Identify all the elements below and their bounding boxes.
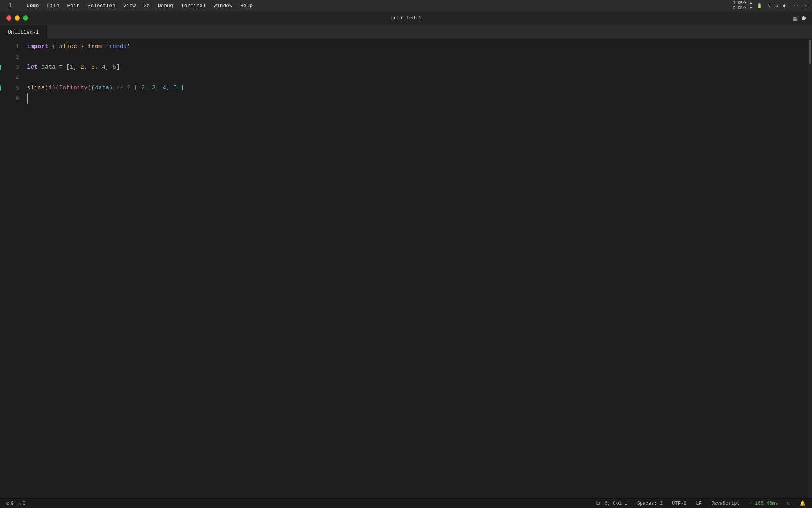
cursor-line: [27, 93, 31, 104]
code-editor[interactable]: import { slice } from 'ramda' let data =…: [24, 39, 812, 498]
keyword-from: from: [88, 42, 102, 52]
extensions-icon: ◆: [783, 2, 786, 9]
line-number-5: 5: [16, 83, 19, 93]
warning-icon: ⚠: [18, 500, 21, 507]
line-number-6: 6: [16, 93, 19, 104]
error-number: 0: [11, 501, 14, 506]
line-number-1: 1: [16, 42, 19, 52]
battery-icon: 🔋: [757, 3, 762, 8]
tab-bar: Untitled-1: [0, 25, 812, 39]
menu-window[interactable]: Window: [210, 0, 236, 11]
menu-debug[interactable]: Debug: [154, 0, 177, 11]
line-ending[interactable]: LF: [694, 501, 703, 506]
paren-close-3: ): [109, 83, 113, 93]
maximize-button[interactable]: [23, 15, 28, 21]
notifications-button[interactable]: 🔔: [798, 500, 807, 506]
comment-q: // ?: [113, 83, 134, 93]
menu-code[interactable]: Code: [23, 0, 43, 11]
arg-data: data: [95, 83, 109, 93]
minus-icon: ⊖: [776, 3, 778, 8]
line-number-3: 3: [16, 62, 19, 73]
wifi-icon: ∿: [767, 3, 771, 8]
bell-icon: 🔔: [800, 500, 806, 506]
identifier-slice: slice: [59, 42, 77, 52]
line-number-row-3: 3: [16, 62, 19, 73]
line-indicator-3: [0, 65, 1, 70]
smiley-icon: ☺: [787, 501, 790, 506]
menu-help[interactable]: Help: [236, 0, 257, 11]
menu-edit[interactable]: Edit: [63, 0, 83, 11]
gutter: 1 2 3 4 5 6: [0, 39, 24, 498]
smiley-button[interactable]: ☺: [786, 501, 792, 506]
line-ending-text: LF: [696, 501, 701, 506]
identifier-data: data: [38, 62, 59, 73]
encoding-text: UTF-8: [672, 501, 686, 506]
split-editor-icon[interactable]: ▦: [793, 14, 797, 22]
bracket-open: [: [66, 62, 70, 73]
timing-result[interactable]: ✓ 165.45ms: [748, 500, 779, 506]
arg-infinity: Infinity: [59, 83, 88, 93]
tab-untitled-1[interactable]: Untitled-1: [0, 25, 47, 39]
scrollbar-thumb[interactable]: [809, 40, 811, 64]
comma-1: ,: [73, 62, 80, 73]
line-number-row-1: 1: [16, 42, 19, 52]
titlebar-actions: ▦: [793, 14, 806, 22]
file-encoding[interactable]: UTF-8: [670, 501, 688, 506]
line-number-2: 2: [16, 52, 19, 62]
code-line-3: let data = [ 1 , 2 , 3 , 4 , 5 ]: [27, 62, 812, 73]
menubar-right: 1 KB/s ▲ 0 KB/s ▼ 🔋 ∿ ⊖ ◆ ··· ☰: [733, 0, 807, 11]
dot-icon: [802, 16, 806, 20]
spaces-text: Spaces: 2: [637, 501, 663, 506]
line-indicator-5: [0, 85, 1, 91]
comma-2: ,: [84, 62, 91, 73]
code-line-5: slice ( 1 ) ( Infinity ) ( data ) // ? […: [27, 83, 812, 93]
statusbar-right: Ln 6, Col 1 Spaces: 2 UTF-8 LF JavaScrip…: [594, 500, 807, 506]
number-4: 4: [102, 62, 105, 73]
menubar:  Code File Edit Selection View Go Debug…: [0, 0, 812, 11]
cursor-position[interactable]: Ln 6, Col 1: [594, 501, 629, 506]
minimize-button[interactable]: [15, 15, 20, 21]
language-mode[interactable]: JavaScript: [710, 501, 741, 506]
menu-file[interactable]: File: [43, 0, 63, 11]
paren-close-2: ): [88, 83, 91, 93]
checkmark-icon: ✓ 165.45ms: [749, 500, 778, 506]
fn-slice: slice: [27, 83, 45, 93]
network-speed: 1 KB/s ▲ 0 KB/s ▼: [733, 0, 752, 11]
tab-label: Untitled-1: [8, 29, 39, 35]
statusbar-left: ⊗ 0 ⚠ 0: [5, 500, 27, 507]
line-number-4: 4: [16, 73, 19, 83]
number-5: 5: [113, 62, 116, 73]
code-line-6: [27, 93, 812, 104]
close-button[interactable]: [6, 15, 11, 21]
position-text: Ln 6, Col 1: [596, 501, 627, 506]
code-line-1: import { slice } from 'ramda': [27, 42, 812, 52]
traffic-lights: [6, 15, 28, 21]
titlebar: Untitled-1 ▦: [0, 11, 812, 25]
line-number-row-2: 2: [16, 52, 19, 62]
error-count[interactable]: ⊗ 0 ⚠ 0: [5, 500, 27, 507]
menu-selection[interactable]: Selection: [84, 0, 119, 11]
apple-menu[interactable]: : [5, 0, 16, 11]
keyword-import: import: [27, 42, 48, 52]
paren-close-1: ): [52, 83, 56, 93]
scrollbar-track[interactable]: [808, 39, 812, 498]
operator-assign: =: [59, 62, 66, 73]
punctuation-brace-close: }: [77, 42, 88, 52]
code-line-4: [27, 73, 812, 83]
paren-open-2: (: [56, 83, 59, 93]
menu-terminal[interactable]: Terminal: [177, 0, 210, 11]
line-number-row-6: 6: [16, 93, 19, 104]
comma-3: ,: [95, 62, 102, 73]
paren-open-3: (: [91, 83, 95, 93]
editor-container: Untitled-1 1 2 3 4: [0, 25, 812, 498]
keyword-let: let: [27, 62, 38, 73]
number-2: 2: [80, 62, 84, 73]
bracket-close: ]: [116, 62, 120, 73]
arg-1: 1: [48, 83, 52, 93]
editor-main[interactable]: 1 2 3 4 5 6: [0, 39, 812, 498]
menu-go[interactable]: Go: [140, 0, 154, 11]
indentation[interactable]: Spaces: 2: [636, 501, 665, 506]
comma-4: ,: [105, 62, 113, 73]
menu-view[interactable]: View: [119, 0, 140, 11]
number-1: 1: [70, 62, 73, 73]
